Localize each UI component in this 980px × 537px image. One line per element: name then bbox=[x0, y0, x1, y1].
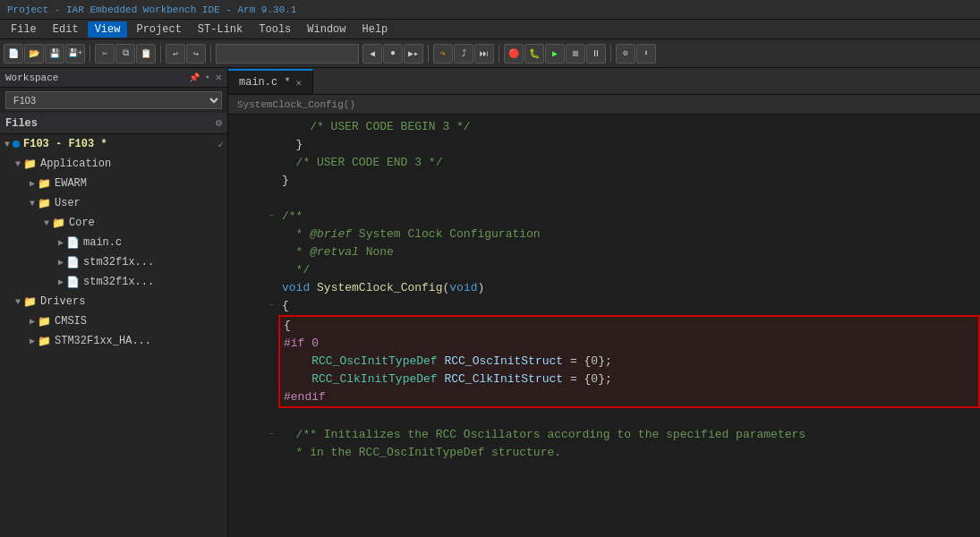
menu-view[interactable]: View bbox=[88, 21, 128, 38]
core-toggle[interactable]: ▼ bbox=[41, 218, 52, 228]
code-line: − /** bbox=[228, 208, 980, 226]
title-text: Project - IAR Embedded Workbench IDE - A… bbox=[7, 4, 296, 15]
toolbar: 📄 📂 💾 💾+ ✂ ⧉ 📋 ↩ ↪ ◀ ● ▶▸ ↷ ⤴ ⏭ 🔴 🐛 ▶ ⏹ … bbox=[0, 39, 980, 68]
stm32-2-file-icon: 📄 bbox=[66, 276, 80, 289]
main-c-toggle[interactable]: ▶ bbox=[55, 237, 66, 248]
user-label: User bbox=[55, 197, 81, 209]
function-name: SystemClock_Config() bbox=[237, 99, 355, 110]
cut-button[interactable]: ✂ bbox=[95, 44, 115, 64]
workspace-pin-icon[interactable]: 📌 bbox=[189, 72, 200, 83]
code-editor[interactable]: /* USER CODE BEGIN 3 */ } /* USER CODE E… bbox=[228, 115, 980, 537]
tree-main-c[interactable]: ▶ 📄 main.c bbox=[0, 233, 227, 252]
pause-button[interactable]: ⏸ bbox=[586, 44, 606, 64]
undo-button[interactable]: ↩ bbox=[166, 44, 185, 64]
code-line-highlighted: RCC_OscInitTypeDef RCC_OscInitStruct = {… bbox=[280, 353, 978, 371]
menu-help[interactable]: Help bbox=[355, 21, 396, 38]
breakpoint-button[interactable]: 🔴 bbox=[504, 44, 524, 64]
editor-area: main.c * ✕ SystemClock_Config() /* USER … bbox=[228, 68, 980, 537]
code-line: * in the RCC_OscInitTypeDef structure. bbox=[228, 444, 980, 462]
stop-button[interactable]: ⏹ bbox=[566, 44, 585, 64]
download-button[interactable]: ⬇ bbox=[636, 44, 656, 64]
tree-application[interactable]: ▼ 📁 Application bbox=[0, 154, 227, 174]
menu-tools[interactable]: Tools bbox=[251, 21, 298, 38]
menu-stlink[interactable]: ST-Link bbox=[191, 21, 250, 38]
tree-stm32-ha[interactable]: ▶ 📁 STM32F1xx_HA... bbox=[0, 331, 227, 351]
files-gear-icon[interactable]: ⚙ bbox=[216, 116, 222, 130]
core-label: Core bbox=[69, 217, 95, 229]
tree-core[interactable]: ▼ 📁 Core bbox=[0, 213, 227, 233]
menu-project[interactable]: Project bbox=[129, 21, 188, 38]
new-file-button[interactable]: 📄 bbox=[4, 44, 23, 64]
stm32-1-toggle[interactable]: ▶ bbox=[55, 257, 66, 268]
workspace-close-icon[interactable]: ✕ bbox=[216, 71, 222, 84]
stm32-1-file-icon: 📄 bbox=[66, 256, 80, 269]
debug-button[interactable]: 🐛 bbox=[524, 44, 544, 64]
menu-window[interactable]: Window bbox=[300, 21, 353, 38]
run-button[interactable]: ▶ bbox=[545, 44, 565, 64]
tab-close-icon[interactable]: ✕ bbox=[296, 77, 303, 89]
workspace-float-icon[interactable]: ▪ bbox=[205, 72, 210, 82]
menu-file[interactable]: File bbox=[4, 21, 44, 38]
step-over-button[interactable]: ↷ bbox=[433, 44, 453, 64]
code-line-highlighted: RCC_ClkInitTypeDef RCC_ClkInitStruct = {… bbox=[280, 371, 978, 388]
nav-step-into[interactable]: ▶▸ bbox=[404, 44, 423, 64]
root-toggle[interactable]: ▼ bbox=[2, 140, 13, 149]
tree-user[interactable]: ▼ 📁 User bbox=[0, 193, 227, 213]
function-breadcrumb: SystemClock_Config() bbox=[228, 95, 980, 115]
code-line: void SystemClock_Config(void) bbox=[228, 279, 980, 297]
step-next-button[interactable]: ⏭ bbox=[474, 44, 494, 64]
nav-back-button[interactable]: ◀ bbox=[362, 44, 382, 64]
menu-bar: File Edit View Project ST-Link Tools Win… bbox=[0, 20, 980, 39]
sidebar: Workspace 📌 ▪ ✕ F103 Files ⚙ ▼ F103 - F1… bbox=[0, 68, 228, 537]
tab-bar: main.c * ✕ bbox=[228, 68, 980, 95]
open-file-button[interactable]: 📂 bbox=[24, 44, 44, 64]
copy-button[interactable]: ⧉ bbox=[115, 44, 135, 64]
step-out-button[interactable]: ⤴ bbox=[454, 44, 473, 64]
paste-button[interactable]: 📋 bbox=[136, 44, 156, 64]
workspace-selector[interactable]: F103 bbox=[5, 91, 222, 109]
tree-stm32-2[interactable]: ▶ 📄 stm32f1x... bbox=[0, 272, 227, 292]
tab-main-c[interactable]: main.c * ✕ bbox=[228, 69, 313, 94]
code-line: */ bbox=[228, 261, 980, 279]
main-c-label: main.c bbox=[83, 236, 122, 249]
files-header: Files ⚙ bbox=[0, 113, 227, 134]
stm32-2-label: stm32f1x... bbox=[83, 276, 154, 288]
ewarm-label: EWARM bbox=[55, 177, 87, 190]
main-layout: Workspace 📌 ▪ ✕ F103 Files ⚙ ▼ F103 - F1… bbox=[0, 68, 980, 537]
title-highlight: IAR Embedded Workbench IDE - Arm 9.30.1 bbox=[66, 4, 296, 15]
tree-cmsis[interactable]: ▶ 📁 CMSIS bbox=[0, 311, 227, 331]
code-line: /* USER CODE END 3 */ bbox=[228, 154, 980, 172]
cmsis-toggle[interactable]: ▶ bbox=[27, 316, 38, 327]
cmsis-label: CMSIS bbox=[55, 315, 87, 328]
code-line: } bbox=[228, 136, 980, 154]
application-folder-icon: 📁 bbox=[23, 158, 37, 171]
core-folder-icon: 📁 bbox=[52, 217, 65, 230]
cmsis-folder-icon: 📁 bbox=[38, 315, 51, 328]
user-toggle[interactable]: ▼ bbox=[27, 199, 38, 209]
code-line: − /** Initializes the RCC Oscillators ac… bbox=[228, 426, 980, 444]
drivers-toggle[interactable]: ▼ bbox=[13, 297, 23, 307]
code-line-highlighted: #if 0 bbox=[280, 335, 978, 353]
code-line: * @retval None bbox=[228, 243, 980, 261]
drivers-folder-icon: 📁 bbox=[23, 295, 37, 309]
menu-edit[interactable]: Edit bbox=[46, 21, 86, 38]
tree-drivers[interactable]: ▼ 📁 Drivers bbox=[0, 292, 227, 311]
search-input[interactable] bbox=[216, 44, 359, 64]
stm32-ha-toggle[interactable]: ▶ bbox=[27, 336, 38, 346]
tree-ewarm[interactable]: ▶ 📁 EWARM bbox=[0, 174, 227, 193]
save-all-button[interactable]: 💾+ bbox=[65, 44, 85, 64]
stm32-2-toggle[interactable]: ▶ bbox=[55, 277, 66, 287]
ewarm-toggle[interactable]: ▶ bbox=[27, 178, 38, 189]
root-label: F103 - F103 * bbox=[23, 138, 107, 150]
application-toggle[interactable]: ▼ bbox=[13, 159, 23, 169]
drivers-label: Drivers bbox=[40, 295, 85, 308]
build-button[interactable]: ⚙ bbox=[616, 44, 635, 64]
stm32-1-label: stm32f1x... bbox=[83, 256, 154, 268]
tree-root[interactable]: ▼ F103 - F103 * ✓ bbox=[0, 134, 227, 154]
tree-stm32-1[interactable]: ▶ 📄 stm32f1x... bbox=[0, 252, 227, 272]
root-check-icon: ✓ bbox=[217, 139, 224, 150]
save-button[interactable]: 💾 bbox=[45, 44, 64, 64]
tab-main-c-label: main.c * bbox=[239, 76, 291, 89]
redo-button[interactable]: ↪ bbox=[186, 44, 206, 64]
nav-forward-button[interactable]: ● bbox=[383, 44, 403, 64]
